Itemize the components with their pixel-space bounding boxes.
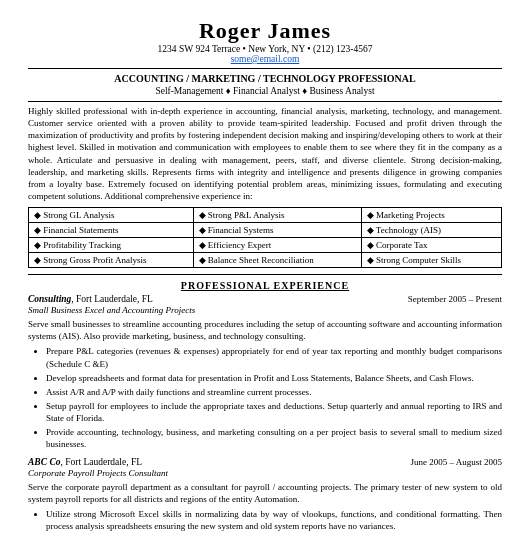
resume-header: Roger James 1234 SW 924 Terrace • New Yo… xyxy=(28,18,502,64)
skill-cell: ◆ Strong Gross Profit Analysis xyxy=(29,253,194,268)
email-link[interactable]: some@email.com xyxy=(231,54,300,64)
exp-bullet-list: Utilize strong Microsoft Excel skills in… xyxy=(46,508,502,532)
section-professional-experience: PROFESSIONAL EXPERIENCE xyxy=(28,280,502,291)
experience-block: ABC Co, Fort Lauderdale, FLJune 2005 – A… xyxy=(28,457,502,533)
header-divider xyxy=(28,68,502,69)
skills-table: ◆ Strong GL Analysis◆ Strong P&L Analysi… xyxy=(28,207,502,268)
exp-description: Serve small businesses to streamline acc… xyxy=(28,318,502,342)
skill-cell: ◆ Strong GL Analysis xyxy=(29,208,194,223)
exp-bullet-item: Provide accounting, technology, business… xyxy=(46,426,502,450)
exp-bullet-item: Assist A/R and A/P with daily functions … xyxy=(46,386,502,398)
skill-cell: ◆ Financial Statements xyxy=(29,223,194,238)
skill-cell: ◆ Balance Sheet Reconciliation xyxy=(193,253,361,268)
exp-location: , Fort Lauderdale, FL xyxy=(71,294,153,304)
exp-bullet-list: Prepare P&L categories (revenues & expen… xyxy=(46,345,502,450)
exp-company-location: Consulting, Fort Lauderdale, FL xyxy=(28,294,153,304)
exp-header-row: ABC Co, Fort Lauderdale, FLJune 2005 – A… xyxy=(28,457,502,467)
experience-block: Consulting, Fort Lauderdale, FLSeptember… xyxy=(28,294,502,450)
exp-header-row: Consulting, Fort Lauderdale, FLSeptember… xyxy=(28,294,502,304)
sub-title: Self-Management ♦ Financial Analyst ♦ Bu… xyxy=(28,86,502,96)
exp-dates: September 2005 – Present xyxy=(408,294,502,304)
skill-cell: ◆ Strong Computer Skills xyxy=(361,253,501,268)
professional-title: ACCOUNTING / MARKETING / TECHNOLOGY PROF… xyxy=(28,73,502,84)
exp-location: , Fort Lauderdale, FL xyxy=(60,457,142,467)
exp-bullet-item: Develop spreadsheets and format data for… xyxy=(46,372,502,384)
skill-cell: ◆ Profitability Tracking xyxy=(29,238,194,253)
summary-divider-top xyxy=(28,101,502,102)
skill-cell: ◆ Technology (AIS) xyxy=(361,223,501,238)
skill-cell: ◆ Strong P&L Analysis xyxy=(193,208,361,223)
skill-cell: ◆ Financial Systems xyxy=(193,223,361,238)
summary-text: Highly skilled professional with in-dept… xyxy=(28,105,502,202)
experience-divider xyxy=(28,274,502,275)
exp-bullet-item: Prepare P&L categories (revenues & expen… xyxy=(46,345,502,369)
exp-bullet-item: Setup payroll for employees to include t… xyxy=(46,400,502,424)
exp-company-name: ABC Co xyxy=(28,457,60,467)
exp-role: Corporate Payroll Projects Consultant xyxy=(28,468,502,478)
skill-cell: ◆ Marketing Projects xyxy=(361,208,501,223)
exp-dates: June 2005 – August 2005 xyxy=(410,457,502,467)
exp-company-location: ABC Co, Fort Lauderdale, FL xyxy=(28,457,142,467)
candidate-email: some@email.com xyxy=(28,54,502,64)
exp-role: Small Business Excel and Accounting Proj… xyxy=(28,305,502,315)
skill-cell: ◆ Efficiency Expert xyxy=(193,238,361,253)
exp-description: Serve the corporate payroll department a… xyxy=(28,481,502,505)
exp-company-name: Consulting xyxy=(28,294,71,304)
exp-bullet-item: Utilize strong Microsoft Excel skills in… xyxy=(46,508,502,532)
experience-container: Consulting, Fort Lauderdale, FLSeptember… xyxy=(28,294,502,532)
skill-cell: ◆ Corporate Tax xyxy=(361,238,501,253)
candidate-address: 1234 SW 924 Terrace • New York, NY • (21… xyxy=(28,44,502,54)
candidate-name: Roger James xyxy=(28,18,502,44)
